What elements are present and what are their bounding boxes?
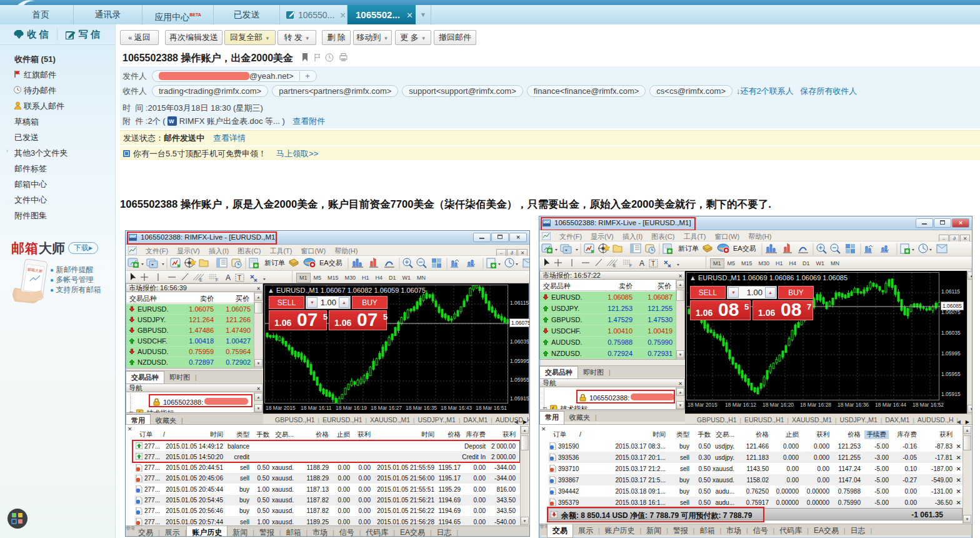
svg-text:W: W — [169, 118, 174, 124]
svg-text:A: A — [639, 259, 644, 268]
svg-text:E: E — [613, 263, 616, 268]
svg-text:E: E — [199, 278, 202, 282]
svg-text:F: F — [629, 263, 632, 268]
svg-text:T: T — [651, 260, 655, 267]
svg-text:新订单: 新订单 — [264, 259, 285, 266]
svg-text:T: T — [238, 275, 241, 282]
svg-text:A: A — [226, 273, 231, 282]
svg-text:EA交易: EA交易 — [319, 259, 342, 266]
svg-text:F: F — [216, 278, 218, 282]
svg-text:新订单: 新订单 — [678, 245, 699, 252]
svg-text:EA交易: EA交易 — [733, 245, 756, 252]
